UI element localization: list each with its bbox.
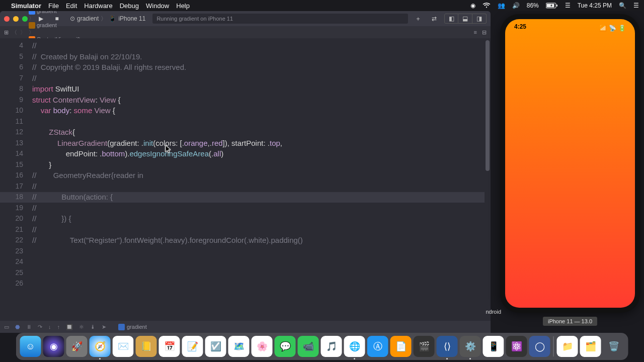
xcode-window: ▶ ■ ⊙gradient〉📱iPhone 11 Running gradien… — [0, 11, 491, 333]
menu-file[interactable]: File — [48, 2, 59, 10]
spotlight-icon[interactable]: 🔍 — [619, 2, 626, 9]
add-button[interactable]: ＋ — [412, 14, 424, 24]
version-editor-button[interactable]: ⇄ — [428, 14, 440, 24]
dock-android-icon[interactable]: 📱 — [483, 336, 504, 357]
macos-menubar: Simulator FileEditHardwareDebugWindowHel… — [0, 0, 644, 11]
dock-calendar-icon[interactable]: 📅 — [159, 336, 180, 357]
volume-icon[interactable]: 🔊 — [512, 2, 520, 9]
svg-rect-2 — [556, 5, 557, 7]
env-override-icon[interactable]: 🌡 — [90, 324, 96, 330]
dock-maps-icon[interactable]: 🗺️ — [228, 336, 250, 357]
wifi-icon[interactable] — [482, 3, 491, 9]
related-items-icon[interactable]: ⊞ — [4, 29, 9, 36]
svg-rect-1 — [546, 4, 554, 8]
activity-status: Running gradient on iPhone 11 — [152, 14, 408, 24]
dock-music-icon[interactable]: 🎵 — [321, 336, 342, 357]
forward-button[interactable]: 〉 — [20, 29, 26, 36]
step-out-icon[interactable]: ↑ — [57, 324, 60, 330]
ios-wifi-icon: 📡 — [609, 25, 616, 32]
dock-trash-icon[interactable]: 🗑️ — [603, 336, 624, 357]
dock-notes-icon[interactable]: 📝 — [182, 336, 203, 357]
dock-safari-icon[interactable]: 🧭 — [90, 336, 111, 357]
dock-vscode-icon[interactable]: ⟨⟩ — [437, 336, 458, 357]
code-editor[interactable]: 4567891011121314151617181920212223242526… — [0, 38, 491, 321]
view-debug-icon[interactable]: 🔲 — [66, 324, 73, 330]
adjust-editor-icon[interactable]: ⊟ — [482, 29, 487, 36]
dock-folder2-icon[interactable]: 🗂️ — [580, 336, 601, 357]
dock-chrome-icon[interactable]: 🌐 — [344, 336, 365, 357]
dock-reminders-icon[interactable]: ☑️ — [205, 336, 226, 357]
dock-pages-icon[interactable]: 📄 — [390, 336, 412, 357]
line-gutter: 4567891011121314151617181920212223242526 — [0, 38, 28, 289]
screenrec-icon[interactable]: ◉ — [470, 2, 475, 9]
macos-dock[interactable]: ☺◉🚀🧭✉️📒📅📝☑️🗺️🌸💬📹🎵🌐Ⓐ📄🎬⟨⟩⚙️📱⚛️◯ 📁🗂️🗑️ — [16, 333, 628, 360]
location-icon[interactable]: ➤ — [102, 324, 106, 330]
dock-other-icon[interactable]: ◯ — [529, 336, 550, 357]
dock-finalcut-icon[interactable]: 🎬 — [414, 336, 435, 357]
ios-signal-icon: 📶 — [599, 25, 607, 32]
simulator-label: iPhone 11 — 13.0 — [543, 317, 597, 326]
toggle-debug-button[interactable]: ⬓ — [458, 14, 472, 24]
ios-simulator-window[interactable]: 4:25 📶 📡 🔋 iPhone 11 — 13.0 — [500, 14, 640, 313]
dock-finder-icon[interactable]: ☺ — [20, 336, 41, 357]
menubar-app-name[interactable]: Simulator — [11, 2, 41, 10]
crumb-gradient[interactable]: gradient — [29, 11, 80, 15]
menu-window[interactable]: Window — [146, 2, 169, 10]
dock-photos-icon[interactable]: 🌸 — [252, 336, 273, 357]
menu-edit[interactable]: Edit — [66, 2, 77, 10]
hide-debug-icon[interactable]: ▭ — [4, 324, 9, 330]
dock-divider — [553, 336, 554, 356]
debug-process[interactable]: gradient — [115, 324, 147, 330]
code-content[interactable]: //// Created by Balaji on 22/10/19.// Co… — [28, 38, 491, 246]
editor-options-icon[interactable]: ≡ — [474, 29, 477, 36]
ios-status-bar: 4:25 📶 📡 🔋 — [505, 23, 635, 33]
dock-folder-icon[interactable]: 📁 — [557, 336, 578, 357]
scrollbar-thumb[interactable] — [486, 40, 490, 171]
dock-mail-icon[interactable]: ✉️ — [113, 336, 134, 357]
window-traffic-lights[interactable] — [4, 16, 28, 22]
dock-launchpad-icon[interactable]: 🚀 — [66, 336, 88, 357]
pause-icon[interactable]: ⏸ — [26, 324, 32, 330]
step-over-icon[interactable]: ↷ — [38, 324, 42, 330]
controlcenter-icon[interactable]: ☰ — [633, 2, 639, 9]
debug-bar: ▭ ⬣ ⏸ ↷ ↓ ↑ 🔲 ⚛ 🌡 ➤ gradient — [0, 321, 491, 333]
notif-icon[interactable]: ☰ — [565, 2, 571, 9]
dock-siri-icon[interactable]: ◉ — [43, 336, 64, 357]
memory-graph-icon[interactable]: ⚛ — [79, 324, 84, 330]
step-in-icon[interactable]: ↓ — [48, 324, 51, 330]
ios-battery-icon: 🔋 — [618, 25, 626, 32]
battery-icon — [546, 3, 558, 9]
dock-messages-icon[interactable]: 💬 — [275, 336, 296, 357]
crumb-gradient[interactable]: gradient — [29, 22, 80, 29]
toggle-navigator-button[interactable]: ◧ — [444, 14, 458, 24]
users-icon[interactable]: 👥 — [498, 2, 505, 9]
battery-percent: 86% — [527, 2, 539, 9]
dock-atom-icon[interactable]: ⚛️ — [506, 336, 527, 357]
menu-debug[interactable]: Debug — [120, 2, 139, 10]
menu-hardware[interactable]: Hardware — [84, 2, 112, 10]
menubar-clock[interactable]: Tue 4:25 PM — [578, 2, 612, 9]
dock-facetime-icon[interactable]: 📹 — [298, 336, 319, 357]
dock-sysprefs-icon[interactable]: ⚙️ — [460, 336, 481, 357]
background-window-peek: ndroid — [486, 309, 501, 315]
breakpoint-icon[interactable]: ⬣ — [15, 324, 20, 330]
panel-toggle-group: ◧ ⬓ ◨ — [444, 14, 487, 24]
dock-appstore-icon[interactable]: Ⓐ — [367, 336, 388, 357]
jump-bar[interactable]: ⊞ 〈 〉 gradient〉gradient〉ContentView.swif… — [0, 26, 491, 38]
back-button[interactable]: 〈 — [12, 29, 17, 36]
proj-icon — [29, 11, 35, 15]
toggle-inspector-button[interactable]: ◨ — [472, 14, 487, 24]
menu-help[interactable]: Help — [176, 2, 190, 10]
dock-contacts-icon[interactable]: 📒 — [136, 336, 157, 357]
ios-time: 4:25 — [514, 23, 526, 33]
simulator-screen[interactable]: 4:25 📶 📡 🔋 — [505, 19, 635, 308]
fold-icon — [29, 22, 35, 29]
